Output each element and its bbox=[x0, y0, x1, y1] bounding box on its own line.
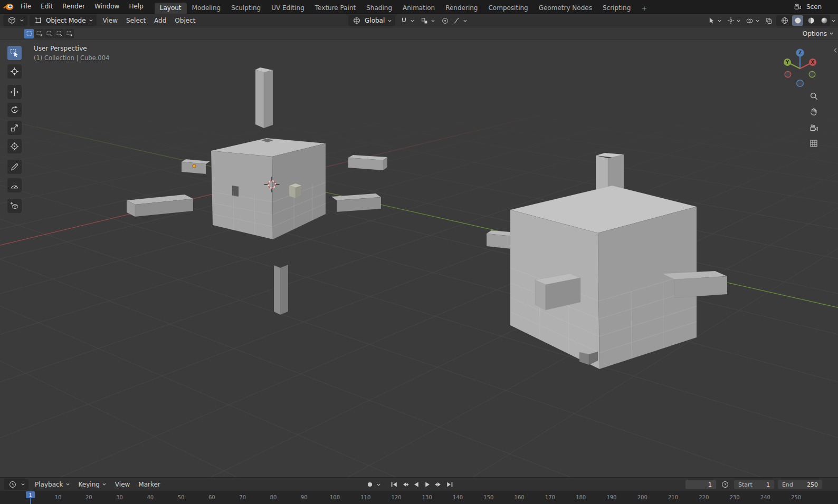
orientation-dropdown[interactable]: Global bbox=[348, 15, 395, 26]
chevron-down-icon bbox=[65, 482, 70, 486]
rendered-icon bbox=[819, 15, 830, 26]
blender-logo-icon[interactable] bbox=[3, 3, 14, 11]
tool-annotate[interactable] bbox=[7, 160, 22, 174]
tool-tweak-select[interactable] bbox=[7, 46, 22, 60]
object-types-dropdown[interactable] bbox=[706, 15, 717, 26]
tab-modeling[interactable]: Modeling bbox=[187, 3, 226, 14]
blender-window: FileEditRenderWindowHelp LayoutModelingS… bbox=[0, 0, 838, 504]
next-keyframe-button[interactable] bbox=[434, 480, 443, 489]
timeline-menu-marker[interactable]: Marker bbox=[134, 481, 164, 488]
tab-texture-paint[interactable]: Texture Paint bbox=[310, 3, 361, 14]
viewport-menu-view[interactable]: View bbox=[99, 17, 122, 24]
tab-rendering[interactable]: Rendering bbox=[440, 3, 483, 14]
end-frame-field[interactable]: End 250 bbox=[778, 480, 822, 489]
tool-scale[interactable] bbox=[7, 121, 22, 135]
select-mode-set[interactable] bbox=[24, 29, 34, 38]
add-workspace-button[interactable]: + bbox=[637, 3, 651, 14]
tab-layout[interactable]: Layout bbox=[155, 3, 187, 14]
keying-set-dropdown[interactable] bbox=[376, 483, 381, 487]
playhead[interactable]: 1 bbox=[26, 491, 35, 498]
tool-measure[interactable] bbox=[7, 178, 22, 192]
viewport-nav-buttons bbox=[808, 90, 820, 149]
tab-uv-editing[interactable]: UV Editing bbox=[266, 3, 310, 14]
shading-rendered[interactable] bbox=[818, 15, 830, 26]
xray-toggle[interactable] bbox=[763, 15, 774, 26]
jump-to-start-button[interactable] bbox=[389, 480, 399, 489]
tab-sculpting[interactable]: Sculpting bbox=[226, 3, 266, 14]
shading-material[interactable] bbox=[805, 15, 816, 26]
current-frame-field[interactable]: 1 bbox=[685, 480, 716, 489]
mode-dropdown[interactable]: Object Mode bbox=[30, 15, 97, 26]
navigation-gizmo[interactable]: Z X Y bbox=[780, 45, 820, 91]
tool-rotate[interactable] bbox=[7, 103, 22, 117]
mode-label: Object Mode bbox=[46, 17, 86, 24]
select-mode-invert[interactable] bbox=[54, 29, 64, 38]
auto-keying-record-button[interactable] bbox=[365, 480, 375, 489]
options-button[interactable]: Options bbox=[803, 30, 834, 37]
menu-render[interactable]: Render bbox=[58, 0, 90, 13]
scene-selector[interactable]: Scen bbox=[793, 0, 838, 14]
menu-window[interactable]: Window bbox=[90, 0, 124, 13]
shading-options-dropdown[interactable] bbox=[831, 19, 836, 23]
axis-neg-z-ball[interactable] bbox=[797, 80, 804, 87]
camera-view-icon[interactable] bbox=[808, 122, 820, 133]
gizmos-dropdown[interactable] bbox=[725, 15, 736, 26]
timeline-editor-type-button[interactable] bbox=[4, 479, 28, 490]
select-mode-intersect[interactable] bbox=[64, 29, 74, 38]
snap-dropdown[interactable] bbox=[410, 19, 415, 23]
axis-neg-y-ball[interactable] bbox=[809, 71, 815, 77]
proportional-falloff-icon[interactable] bbox=[451, 15, 462, 26]
zoom-icon[interactable] bbox=[808, 90, 820, 102]
proportional-editing-toggle[interactable] bbox=[440, 15, 450, 26]
timeline-ruler[interactable]: 1 10203040506070809010011012013014015016… bbox=[0, 491, 838, 504]
sidebar-collapse-arrow[interactable] bbox=[833, 47, 837, 53]
tool-transform[interactable] bbox=[7, 139, 22, 153]
start-frame-field[interactable]: Start 1 bbox=[734, 480, 774, 489]
object-origin-dot[interactable] bbox=[193, 164, 196, 168]
tab-compositing[interactable]: Compositing bbox=[483, 3, 533, 14]
shading-solid[interactable] bbox=[792, 15, 803, 26]
tool-cursor[interactable] bbox=[7, 64, 22, 79]
ruler-tick: 80 bbox=[270, 495, 277, 500]
falloff-dropdown[interactable] bbox=[463, 19, 468, 23]
timeline-dropdown-keying[interactable]: Keying bbox=[74, 481, 111, 488]
tool-move[interactable] bbox=[7, 85, 22, 99]
overlays-dropdown[interactable] bbox=[744, 15, 755, 26]
viewport-menu-add[interactable]: Add bbox=[150, 17, 170, 24]
select-mode-extend[interactable] bbox=[34, 29, 44, 38]
viewport-canvas[interactable] bbox=[0, 27, 838, 477]
play-reverse-button[interactable] bbox=[412, 480, 421, 489]
chevron-down-icon[interactable] bbox=[736, 19, 741, 23]
use-preview-range-icon[interactable] bbox=[720, 479, 730, 490]
gizmo-icon bbox=[726, 15, 736, 26]
menu-help[interactable]: Help bbox=[124, 0, 148, 13]
viewport-menu-object[interactable]: Object bbox=[170, 17, 199, 24]
timeline-dropdown-playback[interactable]: Playback bbox=[31, 481, 74, 488]
snap-magnet-toggle[interactable] bbox=[398, 15, 409, 26]
tab-shading[interactable]: Shading bbox=[361, 3, 397, 14]
shading-wireframe[interactable] bbox=[779, 15, 790, 26]
tab-animation[interactable]: Animation bbox=[397, 3, 440, 14]
tab-geometry-nodes[interactable]: Geometry Nodes bbox=[534, 3, 597, 14]
select-mode-subtract[interactable] bbox=[44, 29, 54, 38]
ortho-grid-icon[interactable] bbox=[808, 138, 820, 149]
tab-scripting[interactable]: Scripting bbox=[597, 3, 636, 14]
chevron-down-icon[interactable] bbox=[755, 19, 760, 23]
snap-target-dropdown[interactable] bbox=[431, 19, 435, 23]
axis-neg-x-ball[interactable] bbox=[785, 71, 791, 77]
chevron-down-icon[interactable] bbox=[717, 19, 722, 23]
shading-mode-group bbox=[776, 15, 830, 26]
timeline-menu-view[interactable]: View bbox=[111, 481, 134, 488]
viewport-menu-select[interactable]: Select bbox=[122, 17, 150, 24]
menu-file[interactable]: File bbox=[16, 0, 36, 13]
prev-keyframe-button[interactable] bbox=[401, 480, 410, 489]
pan-hand-icon[interactable] bbox=[808, 106, 820, 118]
menu-edit[interactable]: Edit bbox=[36, 0, 58, 13]
viewport-3d[interactable]: Options User Perspective (1) Collection … bbox=[0, 27, 838, 477]
tool-add-cube[interactable] bbox=[7, 199, 22, 213]
ruler-tick: 20 bbox=[85, 495, 92, 500]
play-button[interactable] bbox=[423, 480, 432, 489]
editor-type-button[interactable] bbox=[3, 15, 27, 26]
snap-target-icon[interactable] bbox=[419, 15, 430, 26]
jump-to-end-button[interactable] bbox=[445, 480, 454, 489]
